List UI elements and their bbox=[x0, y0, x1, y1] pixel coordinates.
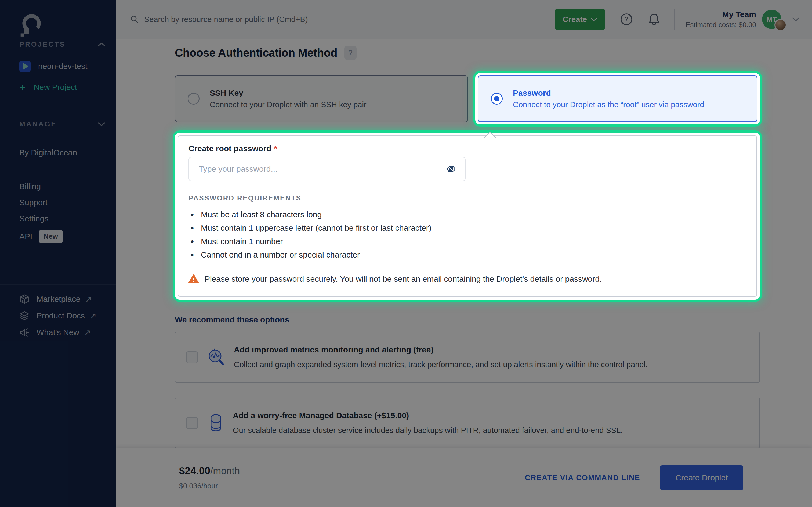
password-card-subtitle: Connect to your Droplet as the “root” us… bbox=[513, 100, 704, 109]
warning-icon bbox=[189, 274, 199, 284]
password-card-highlight: Password Connect to your Droplet as the … bbox=[475, 73, 760, 124]
password-panel-highlight: Create root password * PASSWORD REQUIREM… bbox=[175, 132, 760, 300]
password-input[interactable] bbox=[189, 157, 466, 181]
password-warning: Please store your password securely. You… bbox=[205, 274, 602, 284]
eye-slash-icon[interactable] bbox=[446, 164, 456, 174]
required-asterisk: * bbox=[274, 144, 277, 153]
password-radio[interactable] bbox=[491, 93, 503, 105]
requirement-item: Must contain 1 uppercase letter (cannot … bbox=[189, 224, 746, 232]
requirement-item: Cannot end in a number or special charac… bbox=[189, 250, 746, 259]
app-root: PROJECTS neon-dev-test + New Project MAN… bbox=[0, 0, 812, 507]
requirement-item: Must contain 1 number bbox=[189, 237, 746, 246]
password-label: Create root password bbox=[189, 144, 271, 153]
password-panel: Create root password * PASSWORD REQUIREM… bbox=[178, 135, 757, 297]
requirements-list: Must be at least 8 characters long Must … bbox=[189, 210, 746, 259]
password-card[interactable]: Password Connect to your Droplet as the … bbox=[478, 75, 758, 122]
requirements-header: PASSWORD REQUIREMENTS bbox=[189, 194, 746, 202]
requirement-item: Must be at least 8 characters long bbox=[189, 210, 746, 219]
password-card-title: Password bbox=[513, 89, 704, 98]
